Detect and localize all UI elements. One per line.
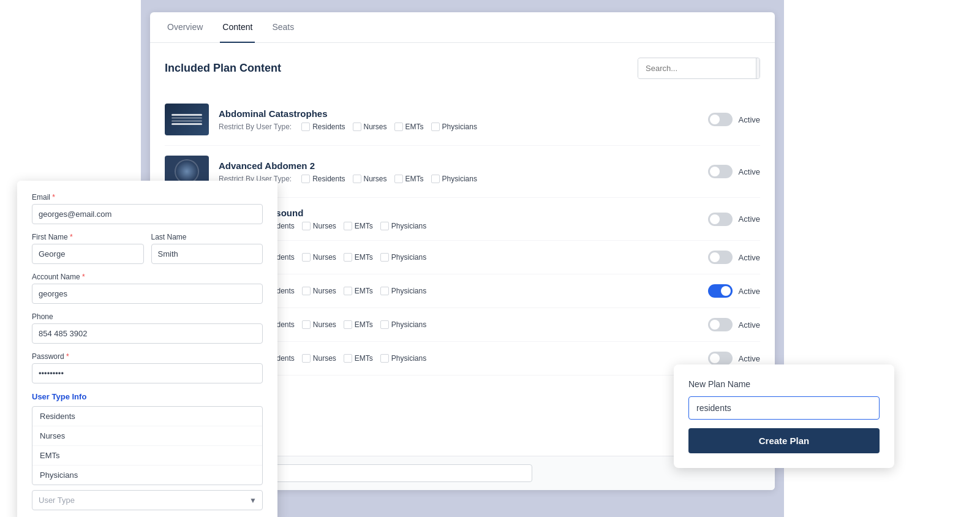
phone-label: Phone <box>32 312 263 321</box>
checkbox-icon[interactable] <box>302 222 311 230</box>
checkbox-icon[interactable] <box>431 123 440 131</box>
checkbox-physicians-6[interactable]: Physicians <box>380 320 426 329</box>
checkbox-icon[interactable] <box>394 175 403 183</box>
active-toggle-7[interactable] <box>708 352 733 365</box>
restrict-row-2: Restrict By User Type: Residents Nurses … <box>219 175 708 183</box>
checkbox-nurses-1[interactable]: Nurses <box>353 123 387 131</box>
checkbox-emts-7[interactable]: EMTs <box>344 354 373 363</box>
checkbox-emts-1[interactable]: EMTs <box>394 123 424 131</box>
active-toggle-1[interactable] <box>708 113 733 126</box>
checkbox-icon[interactable] <box>302 253 311 262</box>
checkbox-icon[interactable] <box>380 320 389 329</box>
search-box <box>638 58 760 79</box>
active-label-5: Active <box>739 287 760 296</box>
checkbox-icon[interactable] <box>344 320 352 329</box>
checkbox-icon[interactable] <box>380 354 389 363</box>
checkbox-physicians-3[interactable]: Physicians <box>380 222 426 230</box>
active-toggle-4[interactable] <box>708 251 733 264</box>
checkbox-nurses-4[interactable]: Nurses <box>302 253 336 262</box>
email-field-group: Email * <box>32 193 263 224</box>
phone-field-group: Phone <box>32 312 263 344</box>
restrict-label-1: Restrict By User Type: <box>219 123 292 131</box>
password-input[interactable] <box>32 363 263 383</box>
checkbox-icon[interactable] <box>380 253 389 262</box>
checkbox-icon[interactable] <box>431 175 440 183</box>
checkbox-icon[interactable] <box>394 123 403 131</box>
account-name-field-group: Account Name * <box>32 273 263 304</box>
ultrasound-icon <box>175 159 199 184</box>
checkbox-icon[interactable] <box>344 253 352 262</box>
checkbox-icon[interactable] <box>344 222 352 230</box>
last-name-label: Last Name <box>151 233 263 241</box>
active-toggle-6[interactable] <box>708 318 733 331</box>
checkbox-emts-5[interactable]: EMTs <box>344 287 373 295</box>
item-toggle-2: Active <box>708 165 760 178</box>
checkbox-physicians-1[interactable]: Physicians <box>431 123 477 131</box>
restrict-row-1: Restrict By User Type: Residents Nurses … <box>219 123 708 131</box>
active-toggle-5[interactable] <box>708 284 733 298</box>
user-type-item-emts[interactable]: EMTs <box>32 446 262 466</box>
item-toggle-3: Active <box>708 213 760 226</box>
checkbox-nurses-2[interactable]: Nurses <box>353 175 387 183</box>
phone-input[interactable] <box>32 323 263 344</box>
tab-content[interactable]: Content <box>220 12 255 43</box>
first-name-input[interactable] <box>32 244 144 264</box>
checkbox-emts-6[interactable]: EMTs <box>344 320 373 329</box>
checkbox-icon[interactable] <box>353 123 361 131</box>
search-input[interactable] <box>638 59 756 78</box>
active-toggle-3[interactable] <box>708 213 733 226</box>
checkbox-nurses-3[interactable]: Nurses <box>302 222 336 230</box>
user-type-select[interactable]: User Type Residents Nurses EMTs Physicia… <box>32 490 263 510</box>
item-info-1: Abdominal Catastrophes Restrict By User … <box>219 108 708 131</box>
checkbox-physicians-7[interactable]: Physicians <box>380 354 426 363</box>
checkbox-icon[interactable] <box>344 354 352 363</box>
checkbox-icon[interactable] <box>302 354 311 363</box>
restrict-row-6: r Type: Residents Nurses EMTs Physicians <box>219 320 708 329</box>
create-plan-button[interactable]: Create Plan <box>688 428 880 453</box>
checkbox-icon[interactable] <box>302 320 311 329</box>
checkbox-icon[interactable] <box>380 287 389 295</box>
last-name-input[interactable] <box>151 244 263 264</box>
active-toggle-2[interactable] <box>708 165 733 178</box>
checkbox-icon[interactable] <box>301 175 310 183</box>
item-title-2: Advanced Abdomen 2 <box>219 160 708 171</box>
checkbox-icon[interactable] <box>380 222 389 230</box>
checkbox-icon[interactable] <box>302 287 311 295</box>
checkbox-physicians-4[interactable]: Physicians <box>380 253 426 262</box>
name-row: First Name * Last Name <box>32 233 263 273</box>
account-name-input[interactable] <box>32 284 263 304</box>
registration-form: Email * First Name * Last Name Account N… <box>17 181 277 517</box>
user-type-select-wrapper: User Type Residents Nurses EMTs Physicia… <box>32 490 263 510</box>
checkbox-emts-2[interactable]: EMTs <box>394 175 424 183</box>
user-type-item-physicians[interactable]: Physicians <box>32 466 262 485</box>
item-toggle-4: Active <box>708 251 760 264</box>
user-type-item-nurses[interactable]: Nurses <box>32 426 262 446</box>
checkbox-nurses-6[interactable]: Nurses <box>302 320 336 329</box>
checkbox-icon[interactable] <box>344 287 352 295</box>
checkbox-physicians-2[interactable]: Physicians <box>431 175 477 183</box>
checkbox-residents-2[interactable]: Residents <box>301 175 345 183</box>
tab-overview[interactable]: Overview <box>165 12 205 43</box>
account-name-label: Account Name * <box>32 273 263 281</box>
content-item-1: Abdominal Catastrophes Restrict By User … <box>165 94 760 146</box>
tab-seats[interactable]: Seats <box>270 12 296 43</box>
checkbox-icon[interactable] <box>353 175 361 183</box>
item-title-3: Cardiac Ultrasound <box>219 208 708 218</box>
active-label-6: Active <box>739 320 760 330</box>
checkbox-icon[interactable] <box>301 123 310 131</box>
tabs-container: Overview Content Seats <box>150 12 775 43</box>
user-type-section: User Type Info Residents Nurses EMTs Phy… <box>32 392 263 510</box>
checkbox-residents-1[interactable]: Residents <box>301 123 345 131</box>
search-button[interactable] <box>756 58 760 78</box>
checkbox-physicians-5[interactable]: Physicians <box>380 287 426 295</box>
user-type-item-residents[interactable]: Residents <box>32 407 262 426</box>
checkbox-nurses-5[interactable]: Nurses <box>302 287 336 295</box>
user-type-list: Residents Nurses EMTs Physicians <box>32 406 263 485</box>
checkbox-emts-4[interactable]: EMTs <box>344 253 373 262</box>
new-plan-input[interactable] <box>688 396 880 420</box>
email-input[interactable] <box>32 204 263 224</box>
restrict-row-5: r Type: Residents Nurses EMTs Physicians <box>219 287 708 295</box>
checkbox-emts-3[interactable]: EMTs <box>344 222 373 230</box>
item-toggle-6: Active <box>708 318 760 331</box>
checkbox-nurses-7[interactable]: Nurses <box>302 354 336 363</box>
